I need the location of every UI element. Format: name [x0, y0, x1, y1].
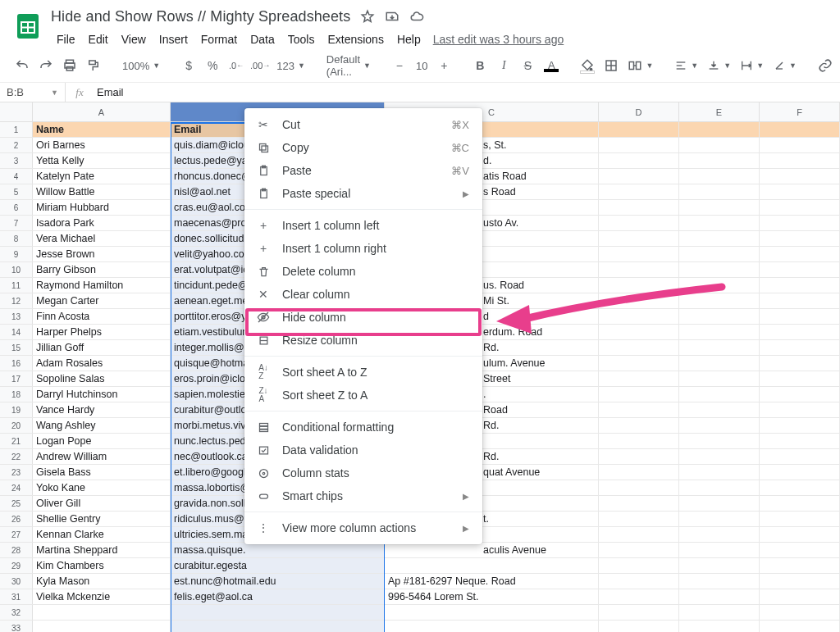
text-color-button[interactable]: A — [541, 55, 562, 76]
ctx-insert-left[interactable]: +Insert 1 column left — [244, 214, 482, 237]
cell[interactable] — [33, 605, 171, 620]
cell[interactable] — [679, 621, 760, 632]
cell[interactable]: Jesse Brown — [33, 247, 171, 261]
cell[interactable] — [679, 122, 760, 137]
last-edit[interactable]: Last edit was 3 hours ago — [433, 33, 564, 46]
undo-icon[interactable] — [11, 55, 33, 76]
cell[interactable] — [760, 122, 840, 137]
ctx-sort-za[interactable]: Z↓ASort sheet Z to A — [244, 384, 482, 407]
col-header-a[interactable]: A — [33, 102, 171, 121]
row-header[interactable]: 13 — [0, 309, 33, 324]
row-header[interactable]: 32 — [0, 605, 33, 620]
cell[interactable]: Vera Michael — [33, 231, 171, 246]
cell[interactable]: Finn Acosta — [33, 309, 171, 324]
menu-format[interactable]: Format — [195, 30, 243, 49]
cell[interactable]: Vance Hardy — [33, 402, 171, 417]
cell[interactable]: Barry Gibson — [33, 262, 171, 277]
sheets-icon[interactable] — [11, 7, 44, 46]
cell[interactable] — [385, 558, 599, 573]
menu-extensions[interactable]: Extensions — [322, 30, 389, 49]
cell[interactable] — [171, 621, 385, 632]
ctx-paste[interactable]: Paste⌘V — [244, 159, 482, 182]
cell[interactable] — [760, 356, 840, 371]
cell[interactable]: Sopoline Salas — [33, 371, 171, 386]
row-header[interactable]: 11 — [0, 278, 33, 293]
cell[interactable] — [760, 184, 840, 199]
cell[interactable] — [679, 574, 760, 589]
cell[interactable] — [599, 527, 679, 542]
cell[interactable] — [760, 449, 840, 464]
cell[interactable] — [599, 449, 679, 464]
ctx-clear-column[interactable]: ✕Clear column — [244, 283, 482, 306]
redo-icon[interactable] — [35, 55, 57, 76]
ctx-copy[interactable]: Copy⌘C — [244, 136, 482, 159]
row-header[interactable]: 12 — [0, 293, 33, 308]
font-size-input[interactable]: 10 — [413, 60, 431, 72]
cell[interactable]: Gisela Bass — [33, 465, 171, 480]
cell[interactable] — [760, 340, 840, 355]
cell[interactable]: massa.quisque. — [171, 543, 385, 557]
cell[interactable] — [679, 418, 760, 433]
cell[interactable] — [385, 621, 599, 632]
row-header[interactable]: 27 — [0, 527, 33, 542]
cell[interactable]: Katelyn Pate — [33, 169, 171, 184]
cell[interactable]: Kyla Mason — [33, 574, 171, 589]
cell[interactable]: Miriam Hubbard — [33, 200, 171, 215]
cell[interactable] — [599, 371, 679, 386]
link-icon[interactable] — [815, 55, 836, 76]
cell[interactable] — [599, 169, 679, 184]
cell[interactable] — [760, 605, 840, 620]
cell[interactable] — [760, 231, 840, 246]
ctx-resize-column[interactable]: Resize column — [244, 329, 482, 352]
row-header[interactable]: 1 — [0, 122, 33, 137]
cell[interactable] — [760, 200, 840, 215]
cell[interactable] — [679, 216, 760, 230]
cell[interactable] — [599, 496, 679, 511]
cell[interactable] — [760, 325, 840, 339]
cell[interactable]: Ori Barnes — [33, 138, 171, 152]
cell[interactable] — [599, 153, 679, 168]
cell[interactable]: Oliver Gill — [33, 496, 171, 511]
rotate-button[interactable]: ▼ — [769, 59, 800, 72]
print-icon[interactable] — [59, 55, 80, 76]
cell[interactable] — [679, 589, 760, 604]
cell[interactable] — [679, 465, 760, 480]
number-format-select[interactable]: 123▼ — [273, 60, 308, 72]
menu-help[interactable]: Help — [391, 30, 427, 49]
cell[interactable] — [599, 543, 679, 557]
cell[interactable]: curabitur.egesta — [171, 558, 385, 573]
cell[interactable] — [599, 184, 679, 199]
cell[interactable] — [760, 153, 840, 168]
cell[interactable] — [385, 605, 599, 620]
cell[interactable] — [679, 138, 760, 152]
row-header[interactable]: 22 — [0, 449, 33, 464]
cell[interactable]: felis.eget@aol.ca — [171, 589, 385, 604]
cell[interactable] — [599, 356, 679, 371]
cell[interactable] — [599, 340, 679, 355]
cell[interactable] — [599, 309, 679, 324]
cell[interactable] — [599, 434, 679, 448]
cell[interactable]: Yetta Kelly — [33, 153, 171, 168]
cell[interactable]: Kim Chambers — [33, 558, 171, 573]
cell[interactable] — [679, 527, 760, 542]
ctx-more-actions[interactable]: ⋮View more column actions▶ — [244, 516, 482, 539]
merge-button[interactable]: ▼ — [624, 58, 656, 73]
ctx-cut[interactable]: ✂Cut⌘X — [244, 113, 482, 136]
star-icon[interactable] — [360, 9, 375, 24]
cell[interactable] — [679, 278, 760, 293]
cell[interactable] — [679, 153, 760, 168]
row-header[interactable]: 6 — [0, 200, 33, 215]
menu-view[interactable]: View — [116, 30, 152, 49]
col-header-f[interactable]: F — [760, 102, 840, 121]
cell[interactable] — [679, 169, 760, 184]
cell[interactable] — [679, 200, 760, 215]
cell[interactable] — [760, 169, 840, 184]
formula-input[interactable]: Email — [94, 86, 840, 98]
cell[interactable] — [599, 122, 679, 137]
row-header[interactable]: 24 — [0, 480, 33, 495]
cell[interactable] — [679, 231, 760, 246]
cloud-icon[interactable] — [409, 9, 424, 24]
italic-button[interactable]: I — [493, 55, 514, 76]
cell[interactable] — [760, 278, 840, 293]
col-header-d[interactable]: D — [599, 102, 679, 121]
